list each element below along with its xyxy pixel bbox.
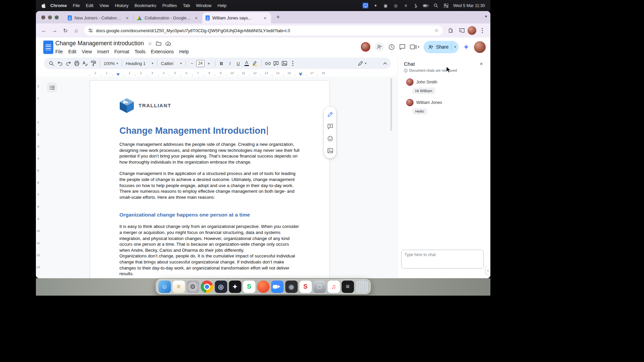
back-button[interactable]: ← xyxy=(39,26,49,35)
print-icon[interactable] xyxy=(72,59,81,68)
text-color-button[interactable]: A xyxy=(243,59,251,68)
control-center-icon[interactable] xyxy=(443,3,449,8)
dock-app-icon[interactable] xyxy=(356,281,368,293)
close-window-button[interactable] xyxy=(41,15,45,19)
italic-button[interactable]: I xyxy=(226,59,234,68)
cast-icon[interactable] xyxy=(457,26,466,35)
menubar-clock[interactable]: Wed 5 Mar 11:30 xyxy=(453,3,485,8)
menubar-item[interactable]: Profiles xyxy=(159,3,180,8)
insert-image-icon[interactable] xyxy=(280,59,289,68)
screen-mirroring-icon[interactable] xyxy=(363,3,368,8)
editing-mode-button[interactable]: ▾ xyxy=(355,58,369,68)
document-subheading[interactable]: Organizational change happens one person… xyxy=(119,211,300,218)
dock-app-icon[interactable]: ≡ xyxy=(341,281,354,293)
add-emoji-icon[interactable] xyxy=(324,132,336,144)
meet-video-icon[interactable]: ▾ xyxy=(410,45,420,49)
vertical-ruler[interactable]: 211234567891011121314 xyxy=(36,80,41,278)
docs-menu-item[interactable]: File xyxy=(53,48,66,55)
paragraph[interactable]: Change management is the application of … xyxy=(119,171,300,200)
document-status-cloud-icon[interactable] xyxy=(165,42,171,46)
dock-app-icon[interactable] xyxy=(257,281,269,293)
document-title[interactable]: Change Management introduction xyxy=(55,40,144,47)
underline-button[interactable]: U xyxy=(234,59,243,68)
share-dropdown-icon[interactable]: ▾ xyxy=(454,45,456,49)
tab-active-document[interactable]: William Jones says... × xyxy=(202,12,271,23)
insert-image-icon[interactable] xyxy=(324,144,336,157)
menubar-item[interactable]: History xyxy=(112,3,131,8)
status-icon[interactable]: ▣ xyxy=(383,3,388,8)
horizontal-ruler[interactable]: 21123456789101112131415161718 xyxy=(36,70,397,76)
font-select[interactable]: Calibri ▾ xyxy=(159,59,183,68)
account-avatar[interactable] xyxy=(474,41,486,53)
new-tab-button[interactable]: + xyxy=(274,13,282,22)
document-page[interactable]: TRALLIANT Change Management Introduction… xyxy=(90,80,330,278)
search-icon[interactable] xyxy=(433,3,439,8)
tab-search-chevron-icon[interactable]: ▾ xyxy=(485,14,487,19)
paragraph-style-select[interactable]: Heading 1 ▾ xyxy=(124,59,155,68)
docs-menu-item[interactable]: Insert xyxy=(95,48,112,55)
dock-app-icon[interactable]: □ xyxy=(313,281,326,293)
add-comment-icon[interactable] xyxy=(272,59,280,68)
menubar-item[interactable]: Bookmarks xyxy=(131,3,159,8)
docs-menu-item[interactable]: Help xyxy=(176,48,192,55)
menubar-item[interactable]: Help xyxy=(215,3,230,8)
close-tab-icon[interactable]: × xyxy=(124,15,130,21)
dock-app-icon[interactable]: ≡ xyxy=(172,281,185,293)
document-scrollbar[interactable] xyxy=(390,78,392,131)
undo-icon[interactable] xyxy=(56,59,64,68)
site-settings-icon[interactable] xyxy=(88,28,93,33)
insert-link-icon[interactable] xyxy=(264,59,272,68)
paragraph[interactable]: Organizations don’t change, people do. I… xyxy=(119,253,300,277)
hide-menus-button[interactable] xyxy=(381,59,389,68)
bold-button[interactable]: B xyxy=(217,59,226,68)
increase-font-size-button[interactable]: + xyxy=(205,59,213,68)
tab-drive[interactable]: Collaboration - Google Drive × xyxy=(133,12,202,23)
docs-menu-item[interactable]: Extensions xyxy=(148,48,176,55)
paint-format-icon[interactable] xyxy=(89,59,98,68)
zoom-select[interactable]: 100% ▾ xyxy=(102,59,120,68)
address-bar[interactable]: docs.google.com/document/d/1Z50_Myc0pwU7… xyxy=(84,25,443,36)
show-collaborators-icon[interactable] xyxy=(375,42,384,52)
close-tab-icon[interactable]: × xyxy=(262,15,268,21)
forward-button[interactable]: → xyxy=(50,26,59,35)
chevron-down-icon[interactable]: ▾ xyxy=(418,45,420,49)
paragraph[interactable]: Change management addresses the people s… xyxy=(119,141,300,165)
move-folder-icon[interactable] xyxy=(156,41,161,46)
close-chat-icon[interactable]: × xyxy=(478,61,485,67)
status-icon[interactable]: ✦ xyxy=(373,3,378,8)
dock-app-icon[interactable] xyxy=(201,281,213,293)
zoom-window-button[interactable] xyxy=(55,15,59,19)
browser-menu-icon[interactable] xyxy=(478,26,487,35)
bookmark-star-icon[interactable]: ☆ xyxy=(434,27,439,34)
collaborator-avatar[interactable] xyxy=(361,42,370,52)
dock-app-icon[interactable]: ♫ xyxy=(327,281,340,293)
dock-app-icon[interactable]: S xyxy=(243,281,255,293)
document-outline-button[interactable] xyxy=(47,82,57,93)
redo-icon[interactable] xyxy=(64,59,72,68)
dock-app-icon[interactable]: ✦ xyxy=(229,281,241,293)
dock-app-icon[interactable]: ⚙ xyxy=(186,281,199,293)
add-comment-icon[interactable] xyxy=(324,120,336,132)
google-docs-logo[interactable] xyxy=(43,41,53,54)
home-button[interactable]: ⌂ xyxy=(71,26,81,35)
close-tab-icon[interactable]: × xyxy=(194,15,199,21)
battery-icon[interactable] xyxy=(423,3,429,8)
dock-app-icon[interactable]: ☺ xyxy=(158,281,171,293)
menubar-item[interactable]: Chrome xyxy=(47,3,70,8)
font-size-input[interactable]: 24 xyxy=(196,60,205,67)
url-text[interactable]: docs.google.com/document/d/1Z50_Myc0pwU7… xyxy=(96,28,431,33)
collapse-panel-button[interactable]: ‹ xyxy=(486,266,490,275)
gemini-sparkle-icon[interactable] xyxy=(463,44,470,50)
bluetooth-icon[interactable] xyxy=(413,3,419,8)
comments-icon[interactable] xyxy=(399,44,406,50)
menubar-item[interactable]: Window xyxy=(193,3,214,8)
menubar-item[interactable]: Tab xyxy=(180,3,193,8)
reload-button[interactable]: ↻ xyxy=(61,26,70,35)
tab-new-joiners[interactable]: New Joiners - Collaboration... × xyxy=(64,12,133,23)
version-history-icon[interactable] xyxy=(388,44,395,50)
status-icon[interactable]: ◎ xyxy=(393,3,398,8)
paragraph[interactable]: It is easy to think about change only fr… xyxy=(119,224,300,253)
suggest-edits-icon[interactable] xyxy=(324,108,336,120)
docs-menu-item[interactable]: Format xyxy=(112,48,132,55)
status-icon[interactable]: ≡ xyxy=(403,3,409,8)
